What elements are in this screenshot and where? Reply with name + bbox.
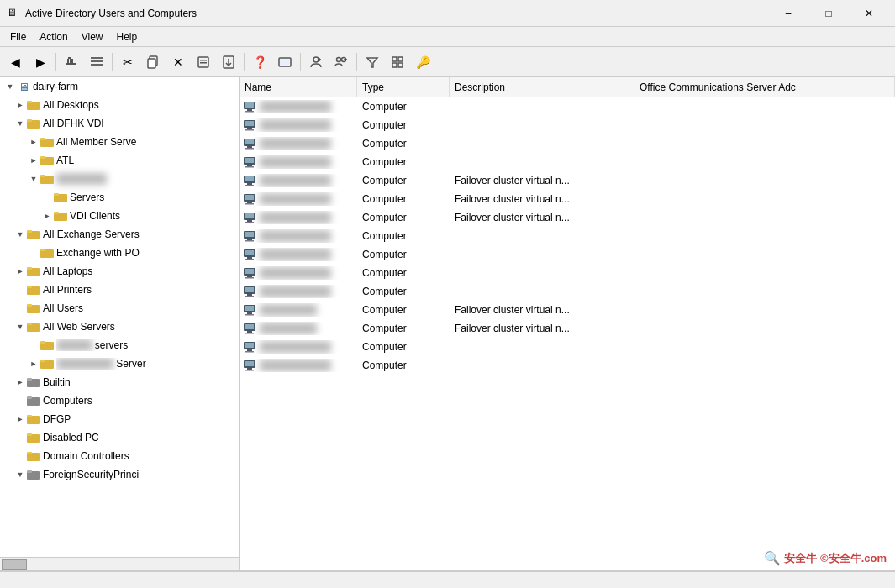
tree-item-all-laptops[interactable]: ► All Laptops [0, 262, 239, 281]
tree-item-servers[interactable]: ► Servers [0, 188, 239, 207]
list-item[interactable]: ██████████Computer [240, 153, 895, 171]
list-item[interactable]: ██████████Computer [240, 282, 895, 301]
expander-all-exchange-servers[interactable]: ▼ [13, 228, 27, 241]
tree-item-exchange-with-po[interactable]: ► Exchange with PO [0, 244, 239, 262]
expander-all-dfhk-vdi[interactable]: ▼ [13, 117, 27, 130]
expander-all-laptops[interactable]: ► [13, 265, 27, 278]
svg-rect-3 [70, 59, 73, 63]
menu-view[interactable]: View [75, 29, 110, 45]
delete-button[interactable]: ✕ [166, 50, 190, 74]
expander-dfgp[interactable]: ► [13, 412, 27, 426]
new-user-btn[interactable] [304, 50, 328, 74]
svg-rect-85 [247, 165, 252, 166]
tree-item-dfgp[interactable]: ► DFGP [0, 410, 239, 428]
tree-item-blurred-server[interactable]: ► ████████ Server [0, 354, 239, 373]
expander-root[interactable]: ▼ [3, 80, 17, 93]
expander-all-member-serve[interactable]: ► [27, 135, 40, 149]
back-button[interactable]: ◀ [3, 50, 27, 74]
tree-item-blurred-ou[interactable]: ▼ ███████ [0, 170, 239, 188]
tree-item-all-users[interactable]: ► All Users [0, 299, 239, 318]
expander-all-desktops[interactable]: ► [13, 98, 27, 112]
list-item[interactable]: ██████████Computer [240, 356, 895, 375]
tree-item-foreign-security[interactable]: ▼ ForeignSecurityPrinci [0, 465, 239, 484]
list-item[interactable]: ██████████ComputerFailover cluster virtu… [240, 190, 895, 208]
list-item[interactable]: ██████████Computer [240, 134, 895, 153]
tree-item-domain-controllers[interactable]: ► Domain Controllers [0, 447, 239, 465]
list-item[interactable]: ██████████Computer [240, 116, 895, 134]
list-item-description: Failover cluster virtual n... [450, 304, 634, 316]
tree-scroll[interactable]: ▼ 🖥 dairy-farm ► All Desktops ▼ All DFHK… [0, 77, 239, 557]
expander-blurred-server[interactable]: ► [27, 357, 40, 370]
col-header-name[interactable]: Name [240, 77, 357, 97]
maximize-button[interactable]: □ [809, 0, 848, 27]
tree-item-computers[interactable]: ► Computers [0, 391, 239, 410]
up-button[interactable] [60, 50, 83, 74]
view-btn[interactable] [386, 50, 409, 74]
list-item[interactable]: ██████████ComputerFailover cluster virtu… [240, 171, 895, 190]
expander-builtin[interactable]: ► [13, 375, 27, 389]
list-item[interactable]: ██████████Computer [240, 245, 895, 264]
list-item[interactable]: ████████ComputerFailover cluster virtual… [240, 319, 895, 338]
properties-button[interactable] [192, 50, 215, 74]
tree-item-all-web-servers[interactable]: ▼ All Web Servers [0, 318, 239, 336]
list-item[interactable]: ██████████Computer [240, 97, 895, 116]
close-button[interactable]: ✕ [850, 0, 888, 27]
tree-item-root[interactable]: ▼ 🖥 dairy-farm [0, 77, 239, 96]
list-item[interactable]: ██████████Computer [240, 338, 895, 356]
svg-rect-114 [245, 296, 254, 297]
svg-rect-2 [67, 59, 69, 63]
col-header-type[interactable]: Type [357, 77, 450, 97]
minimize-button[interactable]: – [769, 0, 808, 27]
tree-item-all-printers[interactable]: ► All Printers [0, 281, 239, 299]
list-item-type: Computer [357, 267, 450, 279]
tree-label-builtin: Builtin [43, 376, 71, 388]
tree-item-vdi-clients[interactable]: ► VDI Clients [0, 207, 239, 225]
expander-vdi-clients[interactable]: ► [40, 209, 54, 223]
svg-point-19 [337, 57, 341, 61]
copy-button[interactable] [141, 50, 165, 74]
svg-rect-8 [148, 59, 155, 68]
list-item[interactable]: ████████ComputerFailover cluster virtual… [240, 301, 895, 319]
tree-item-all-exchange-servers[interactable]: ▼ All Exchange Servers [0, 225, 239, 244]
list-item[interactable]: ██████████ComputerFailover cluster virtu… [240, 208, 895, 227]
tree-item-all-member-serve[interactable]: ► All Member Serve [0, 133, 239, 151]
tree-h-scroll-thumb[interactable] [2, 559, 27, 570]
tree-item-disabled-pc[interactable]: ► Disabled PC [0, 428, 239, 447]
list-item[interactable]: ██████████Computer [240, 227, 895, 245]
expander-all-web-servers[interactable]: ▼ [13, 320, 27, 333]
expander-atl[interactable]: ► [27, 154, 40, 167]
tree-item-blurred-servers[interactable]: ► █████ servers [0, 336, 239, 354]
tree-item-all-dfhk-vdi[interactable]: ▼ All DFHK VDI [0, 114, 239, 133]
svg-rect-73 [247, 109, 252, 111]
folder-icon-blurred-ou [40, 172, 54, 186]
expander-foreign-security[interactable]: ▼ [13, 468, 27, 481]
menu-action[interactable]: Action [33, 29, 74, 45]
help-button[interactable]: ❓ [248, 50, 271, 74]
col-header-description[interactable]: Description [450, 77, 634, 97]
folder-icon-all-users [27, 302, 40, 315]
svg-rect-74 [245, 111, 254, 113]
tree-item-builtin[interactable]: ► Builtin [0, 373, 239, 391]
tree-h-scrollbar[interactable] [0, 557, 239, 570]
menu-file[interactable]: File [3, 29, 33, 45]
console-btn[interactable] [273, 50, 297, 74]
tree-item-all-desktops[interactable]: ► All Desktops [0, 96, 239, 114]
search-export-btn[interactable] [217, 50, 240, 74]
svg-rect-78 [245, 129, 254, 131]
svg-rect-46 [40, 249, 45, 251]
menu-help[interactable]: Help [110, 29, 145, 45]
cut-button[interactable]: ✂ [116, 50, 140, 74]
list-item-name: ██████████ [240, 118, 357, 132]
filter-btn[interactable] [361, 50, 384, 74]
new-group-btn[interactable] [329, 50, 353, 74]
svg-rect-0 [66, 63, 76, 65]
show-hide-btn[interactable] [85, 50, 108, 74]
list-scroll[interactable]: ██████████Computer██████████Computer████… [240, 97, 895, 570]
customize-btn[interactable]: 🔑 [411, 50, 434, 74]
list-item[interactable]: ██████████Computer [240, 264, 895, 282]
tree-item-atl[interactable]: ► ATL [0, 151, 239, 170]
list-item-name: ██████████ [240, 229, 357, 243]
col-header-ocs[interactable]: Office Communications Server Adc [634, 77, 895, 97]
forward-button[interactable]: ▶ [29, 50, 52, 74]
expander-blurred-ou[interactable]: ▼ [27, 172, 40, 186]
